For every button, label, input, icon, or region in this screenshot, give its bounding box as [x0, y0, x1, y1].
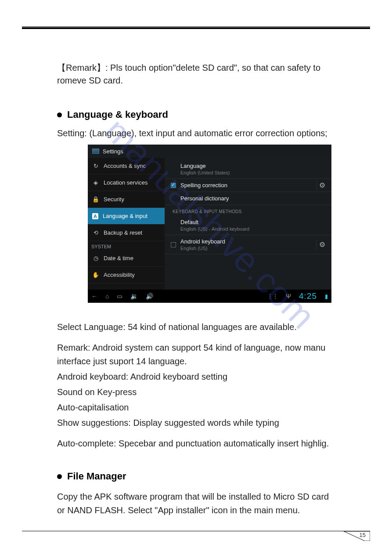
- text-line: Remark: Android system can support 54 ki…: [57, 341, 338, 368]
- status-clock: 4:25: [299, 291, 317, 301]
- header-rule: [22, 26, 370, 29]
- sidebar-item-accounts[interactable]: ↻ Accounts & sync: [88, 158, 165, 174]
- battery-icon: ▮: [325, 293, 328, 300]
- section-intro: Setting: (Language), text input and auto…: [57, 128, 338, 138]
- row-language[interactable]: Language English (United States): [165, 160, 331, 179]
- row-title: Language: [180, 163, 324, 169]
- sidebar-item-security[interactable]: 🔒 Security: [88, 191, 165, 208]
- sidebar-item-language[interactable]: A Language & input: [88, 208, 165, 225]
- row-spelling[interactable]: Spelling correction ⚙: [165, 179, 331, 192]
- sliders-icon[interactable]: ⚙: [316, 239, 327, 250]
- sidebar-item-datetime[interactable]: ◷ Date & time: [88, 250, 165, 267]
- home-icon[interactable]: ⌂: [105, 293, 109, 300]
- back-icon[interactable]: ←: [91, 293, 97, 300]
- sidebar-category: SYSTEM: [88, 241, 165, 250]
- page-number: 15: [360, 532, 366, 538]
- text-line: Auto-capitalisation: [57, 401, 338, 414]
- body-text: Select Language: 54 kind of national lan…: [57, 320, 338, 450]
- row-title: Spelling correction: [180, 182, 324, 189]
- text-line: Auto-complete: Specebar and punctuation …: [57, 437, 338, 450]
- row-default[interactable]: Default English (US) - Android keyboard: [165, 216, 331, 235]
- sliders-icon[interactable]: ⚙: [316, 180, 327, 191]
- sidebar-item-backup[interactable]: ⟲ Backup & reset: [88, 225, 165, 241]
- sidebar-item-location[interactable]: ◈ Location services: [88, 174, 165, 191]
- sidebar-item-accessibility[interactable]: ✋ Accessibility: [88, 267, 165, 283]
- sidebar-item-label: Backup & reset: [104, 229, 142, 236]
- row-title: Android keyboard: [180, 238, 324, 245]
- row-subtitle: English (US) - Android keyboard: [180, 226, 324, 232]
- recent-icon[interactable]: ▭: [117, 293, 122, 300]
- usb-icon: Ψ: [286, 293, 291, 300]
- settings-app-icon: [92, 149, 99, 154]
- sidebar-item-label: Accounts & sync: [104, 163, 146, 169]
- section-title: File Manager: [67, 471, 126, 482]
- section-text: Copy the APK software program that will …: [57, 490, 338, 517]
- android-settings-screenshot: manualshive.com Settings ↻ Accounts & sy…: [88, 145, 331, 303]
- checkbox-icon[interactable]: [171, 242, 176, 247]
- page-content: 【Remark】: Pls touch option"delete SD car…: [57, 62, 338, 523]
- row-subtitle: English (US): [180, 246, 324, 251]
- location-icon: ◈: [92, 179, 99, 186]
- sync-icon: ↻: [92, 163, 99, 169]
- sidebar-item-label: Security: [104, 196, 124, 203]
- row-title: Personal dictionary: [180, 195, 324, 202]
- text-line: Select Language: 54 kind of national lan…: [57, 320, 338, 334]
- pane-category: KEYBOARD & INPUT METHODS: [165, 205, 331, 216]
- vol-up-icon[interactable]: 🔊: [146, 293, 153, 300]
- section-heading-filemgr: File Manager: [57, 471, 338, 482]
- backup-icon: ⟲: [92, 229, 99, 236]
- hand-icon: ✋: [92, 272, 99, 278]
- language-icon: A: [92, 213, 98, 219]
- lock-icon: 🔒: [92, 196, 99, 203]
- settings-main-pane: Language English (United States) Spellin…: [165, 158, 331, 290]
- row-subtitle: English (United States): [180, 170, 324, 175]
- remark-text: 【Remark】: Pls touch option"delete SD car…: [57, 62, 338, 87]
- row-android-kb[interactable]: Android keyboard English (US) ⚙: [165, 235, 331, 254]
- android-navbar: ← ⌂ ▭ 🔉 🔊 ⋮⋮ Ψ 4:25 ▮: [88, 290, 331, 303]
- sidebar-item-label: Date & time: [104, 255, 133, 261]
- settings-title: Settings: [103, 148, 123, 155]
- clock-icon: ◷: [92, 255, 99, 261]
- vol-down-icon[interactable]: 🔉: [130, 293, 138, 300]
- row-dictionary[interactable]: Personal dictionary: [165, 192, 331, 205]
- checkbox-icon[interactable]: [171, 183, 176, 188]
- text-line: Android keyboard: Android keyboard setti…: [57, 370, 338, 384]
- footer-rule: [22, 531, 370, 531]
- text-line: Sound on Key-press: [57, 385, 338, 399]
- settings-sidebar: ↻ Accounts & sync ◈ Location services 🔒 …: [88, 158, 165, 290]
- sidebar-item-label: Accessibility: [104, 272, 135, 278]
- section-title: Language & keyboard: [67, 109, 168, 120]
- sidebar-item-label: Language & input: [103, 213, 147, 219]
- bullet-icon: [57, 474, 62, 479]
- page-corner-decoration: [344, 531, 370, 541]
- row-title: Default: [180, 219, 324, 225]
- section-heading-language: Language & keyboard: [57, 109, 338, 120]
- bullet-icon: [57, 112, 62, 117]
- sidebar-item-label: Location services: [104, 179, 147, 186]
- debug-icon: ⋮⋮: [267, 293, 278, 299]
- text-line: Show suggestions: Display suggested word…: [57, 416, 338, 430]
- settings-header: Settings: [88, 145, 331, 158]
